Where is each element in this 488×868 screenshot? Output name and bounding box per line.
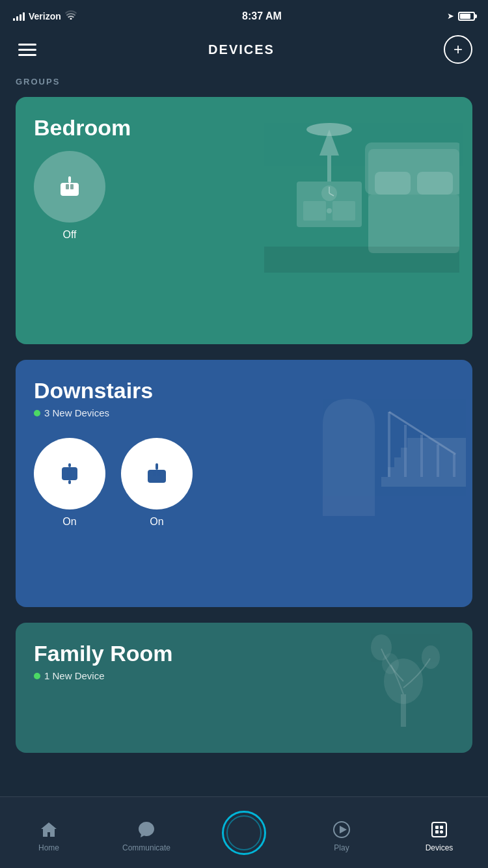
devices-nav-label: Devices <box>426 843 454 852</box>
downstairs-subtitle: 3 New Devices <box>34 407 454 418</box>
status-left: Verizon <box>13 10 77 21</box>
bedroom-plug-wrap: Off <box>34 151 105 241</box>
add-device-button[interactable]: + <box>444 35 472 64</box>
bedroom-card-content: Bedroom Off <box>16 97 472 259</box>
nav-alexa[interactable] <box>195 811 293 855</box>
svg-rect-47 <box>435 830 439 834</box>
new-devices-dot <box>34 410 40 416</box>
svg-rect-31 <box>68 463 71 467</box>
downstairs-controls: On On <box>34 438 454 528</box>
battery-icon <box>458 12 475 21</box>
downstairs-plug-label: On <box>150 516 163 528</box>
nav-home[interactable]: Home <box>0 813 98 852</box>
bedroom-title: Bedroom <box>34 115 454 141</box>
bottom-nav: Home Communicate Play <box>0 796 488 868</box>
home-nav-label: Home <box>38 843 59 852</box>
bedroom-plug-label: Off <box>62 229 76 241</box>
menu-button[interactable] <box>16 41 39 59</box>
play-nav-label: Play <box>334 843 349 852</box>
page-title: DEVICES <box>208 42 275 57</box>
svg-marker-43 <box>340 826 347 834</box>
svg-rect-32 <box>68 480 71 484</box>
downstairs-card[interactable]: Downstairs 3 New Devices On <box>16 360 472 607</box>
downstairs-plug-button[interactable] <box>121 438 193 509</box>
svg-point-48 <box>440 830 443 834</box>
devices-icon <box>429 820 449 839</box>
home-icon <box>39 820 59 839</box>
familyroom-new-label: 1 New Device <box>44 670 105 681</box>
svg-rect-16 <box>66 184 69 189</box>
status-time: 8:37 AM <box>242 10 282 22</box>
plug-on-icon <box>141 458 172 489</box>
communicate-nav-label: Communicate <box>122 843 170 852</box>
alexa-ring <box>222 811 266 855</box>
svg-rect-15 <box>61 183 79 196</box>
svg-rect-45 <box>435 826 439 829</box>
svg-rect-18 <box>68 176 71 183</box>
svg-rect-44 <box>432 822 446 837</box>
familyroom-title: Family Room <box>34 641 454 666</box>
nav-play[interactable]: Play <box>293 813 390 852</box>
switch-on-icon <box>54 458 85 489</box>
signal-icon <box>13 12 25 21</box>
downstairs-switch-button[interactable] <box>34 438 105 509</box>
downstairs-title: Downstairs <box>34 378 454 403</box>
svg-rect-33 <box>148 470 166 483</box>
location-icon: ➤ <box>447 11 454 21</box>
nav-communicate[interactable]: Communicate <box>98 813 195 852</box>
bedroom-card[interactable]: Bedroom Off <box>16 97 472 344</box>
status-bar: Verizon 8:37 AM ➤ <box>0 0 488 29</box>
svg-rect-34 <box>153 471 156 476</box>
plug-off-icon <box>54 171 85 202</box>
familyroom-subtitle: 1 New Device <box>34 670 454 681</box>
downstairs-card-content: Downstairs 3 New Devices On <box>16 360 472 546</box>
app-header: DEVICES + <box>0 29 488 77</box>
communicate-icon <box>137 820 156 839</box>
familyroom-card-content: Family Room 1 New Device <box>16 623 472 719</box>
downstairs-switch-wrap: On <box>34 438 105 528</box>
groups-label: GROUPS <box>16 77 472 87</box>
svg-rect-17 <box>70 184 74 189</box>
familyroom-new-dot <box>34 673 40 679</box>
status-right: ➤ <box>447 11 475 21</box>
carrier-label: Verizon <box>29 11 61 21</box>
bedroom-controls: Off <box>34 151 454 241</box>
nav-devices[interactable]: Devices <box>390 813 488 852</box>
alexa-inner <box>226 815 262 850</box>
play-icon <box>332 820 351 839</box>
wifi-icon <box>65 10 77 21</box>
main-content: GROUPS <box>0 77 488 847</box>
downstairs-new-devices-label: 3 New Devices <box>44 407 109 418</box>
svg-rect-30 <box>67 468 72 479</box>
svg-rect-46 <box>440 826 443 829</box>
familyroom-card[interactable]: Family Room 1 New Device <box>16 623 472 753</box>
downstairs-plug-wrap: On <box>121 438 193 528</box>
bedroom-plug-button[interactable] <box>34 151 105 223</box>
svg-rect-35 <box>157 471 161 476</box>
downstairs-switch-label: On <box>62 516 76 528</box>
svg-rect-36 <box>156 463 158 470</box>
